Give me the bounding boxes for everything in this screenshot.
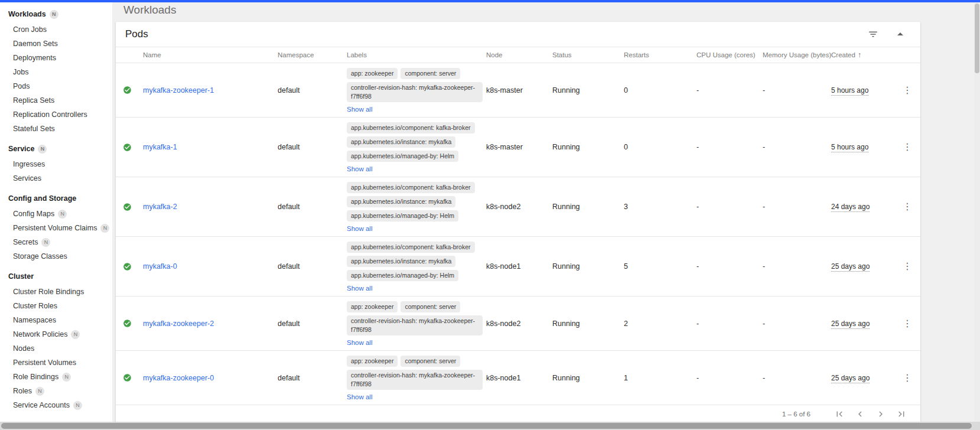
row-status-cell (116, 319, 143, 328)
sidebar-item-namespaces[interactable]: Namespaces (0, 313, 112, 327)
sidebar-item-services[interactable]: Services (0, 171, 112, 185)
show-all-link[interactable]: Show all (347, 393, 372, 400)
label-chip: app.kubernetes.io/component: kafka-broke… (347, 242, 475, 253)
nav-section-cluster[interactable]: Cluster (0, 268, 112, 285)
label-chip: app: zookeeper (347, 356, 398, 367)
col-labels[interactable]: Labels (347, 51, 486, 58)
namespaced-badge: N (71, 330, 80, 339)
col-restarts[interactable]: Restarts (624, 51, 696, 58)
vertical-scrollbar-thumb[interactable] (975, 4, 979, 73)
sidebar-item-label: Daemon Sets (13, 40, 58, 48)
pod-namespace: default (278, 320, 347, 328)
col-cpu[interactable]: CPU Usage (cores) (696, 51, 763, 58)
pod-namespace: default (278, 374, 347, 382)
label-chip: app.kubernetes.io/instance: mykafka (347, 196, 455, 207)
pod-labels-cell: app: zookeepercomponent: servercontrolle… (347, 63, 486, 117)
sidebar-item-persistent-volumes[interactable]: Persistent Volumes (0, 356, 112, 370)
show-all-link[interactable]: Show all (347, 285, 372, 292)
label-chip: app.kubernetes.io/managed-by: Helm (347, 151, 458, 162)
col-memory-label: Memory Usage (bytes) (763, 51, 831, 58)
sidebar-item-roles[interactable]: RolesN (0, 384, 112, 398)
label-chip: component: server (401, 301, 460, 312)
pod-name-link[interactable]: mykafka-1 (143, 143, 177, 151)
sidebar-item-label: Nodes (13, 344, 34, 353)
filter-icon[interactable] (866, 27, 880, 41)
pod-node: k8s-master (486, 143, 552, 151)
nav-section-workloads[interactable]: WorkloadsN (0, 6, 112, 22)
collapse-card-icon[interactable] (893, 27, 907, 41)
show-all-link[interactable]: Show all (347, 225, 372, 232)
sidebar-item-stateful-sets[interactable]: Stateful Sets (0, 122, 112, 136)
last-page-icon[interactable] (894, 407, 909, 421)
sidebar-item-nodes[interactable]: Nodes (0, 341, 112, 356)
show-all-link[interactable]: Show all (347, 339, 372, 346)
sidebar-item-replication-controllers[interactable]: Replication Controllers (0, 108, 112, 122)
label-chip: component: server (401, 356, 460, 367)
sidebar-item-network-policies[interactable]: Network PoliciesN (0, 327, 112, 341)
pod-created: 5 hours ago (831, 86, 868, 96)
sidebar-item-config-maps[interactable]: Config MapsN (0, 207, 112, 221)
sidebar-item-cluster-role-bindings[interactable]: Cluster Role Bindings (0, 285, 112, 299)
sidebar-item-deployments[interactable]: Deployments (0, 51, 112, 65)
nav-section-config-and-storage[interactable]: Config and Storage (0, 190, 112, 207)
pod-node: k8s-master (486, 86, 552, 95)
status-ok-icon (123, 86, 132, 95)
sidebar-item-jobs[interactable]: Jobs (0, 65, 112, 79)
row-menu-icon[interactable]: ⋮ (903, 142, 912, 152)
col-memory[interactable]: Memory Usage (bytes) (763, 51, 831, 58)
label-chip: app: zookeeper (347, 301, 398, 312)
show-all-link[interactable]: Show all (347, 165, 372, 172)
pod-restarts: 1 (624, 374, 696, 382)
row-menu-icon[interactable]: ⋮ (903, 319, 912, 328)
pod-name-link[interactable]: mykafka-0 (143, 262, 177, 271)
sidebar-item-storage-classes[interactable]: Storage Classes (0, 249, 112, 263)
chevron-left-icon[interactable] (853, 407, 867, 421)
row-menu-icon[interactable]: ⋮ (903, 262, 912, 271)
sidebar-item-cluster-roles[interactable]: Cluster Roles (0, 299, 112, 313)
label-chip: app.kubernetes.io/managed-by: Helm (347, 210, 458, 221)
row-menu-icon[interactable]: ⋮ (903, 202, 912, 211)
label-chip: controller-revision-hash: mykafka-zookee… (347, 315, 483, 335)
pod-name-link[interactable]: mykafka-zookeeper-2 (143, 320, 214, 328)
sidebar-item-label: Cluster Roles (13, 302, 57, 310)
row-menu-icon[interactable]: ⋮ (903, 373, 912, 383)
sidebar-item-daemon-sets[interactable]: Daemon Sets (0, 37, 112, 51)
row-menu-icon[interactable]: ⋮ (903, 86, 912, 95)
chevron-right-icon[interactable] (874, 407, 888, 421)
pod-name-link[interactable]: mykafka-zookeeper-0 (143, 374, 214, 382)
sidebar-item-role-bindings[interactable]: Role BindingsN (0, 370, 112, 384)
col-name[interactable]: Name (143, 51, 278, 58)
sidebar-item-replica-sets[interactable]: Replica Sets (0, 93, 112, 108)
sidebar-item-secrets[interactable]: SecretsN (0, 235, 112, 249)
sidebar-item-label: Pods (13, 82, 30, 90)
sidebar-item-pods[interactable]: Pods (0, 79, 112, 93)
pod-labels: app: zookeepercomponent: servercontrolle… (347, 301, 483, 335)
nav-section-service[interactable]: ServiceN (0, 141, 112, 157)
col-created[interactable]: Created ↑ (831, 51, 899, 59)
sort-asc-icon: ↑ (858, 51, 861, 59)
pod-node: k8s-node1 (486, 262, 552, 271)
col-namespace[interactable]: Namespace (278, 51, 347, 58)
vertical-scrollbar[interactable] (974, 2, 980, 422)
first-page-icon[interactable] (832, 407, 846, 421)
pagination-range: 1 – 6 of 6 (782, 411, 810, 418)
nav-section-label: Workloads (8, 10, 46, 18)
sidebar-item-cron-jobs[interactable]: Cron Jobs (0, 22, 112, 37)
col-status[interactable]: Status (552, 51, 624, 58)
horizontal-scrollbar-thumb[interactable] (1, 423, 972, 429)
pod-status: Running (552, 374, 624, 382)
pod-created: 25 days ago (831, 320, 870, 329)
sidebar-item-service-accounts[interactable]: Service AccountsN (0, 398, 112, 412)
app-window: WorkloadsNCron JobsDaemon SetsDeployment… (0, 2, 980, 422)
pod-name-link[interactable]: mykafka-zookeeper-1 (143, 86, 214, 95)
pod-labels: app: zookeepercomponent: servercontrolle… (347, 356, 483, 390)
pod-name-link[interactable]: mykafka-2 (143, 203, 177, 211)
sidebar-item-persistent-volume-claims[interactable]: Persistent Volume ClaimsN (0, 221, 112, 235)
page-title: Workloads (116, 2, 980, 22)
sidebar-item-ingresses[interactable]: Ingresses (0, 157, 112, 171)
pod-labels-cell: app: zookeepercomponent: servercontrolle… (347, 351, 486, 405)
col-node[interactable]: Node (486, 51, 552, 58)
horizontal-scrollbar[interactable] (0, 422, 980, 430)
pods-card: Pods Name Namespace Labels Node Status R… (116, 22, 920, 422)
show-all-link[interactable]: Show all (347, 106, 372, 113)
